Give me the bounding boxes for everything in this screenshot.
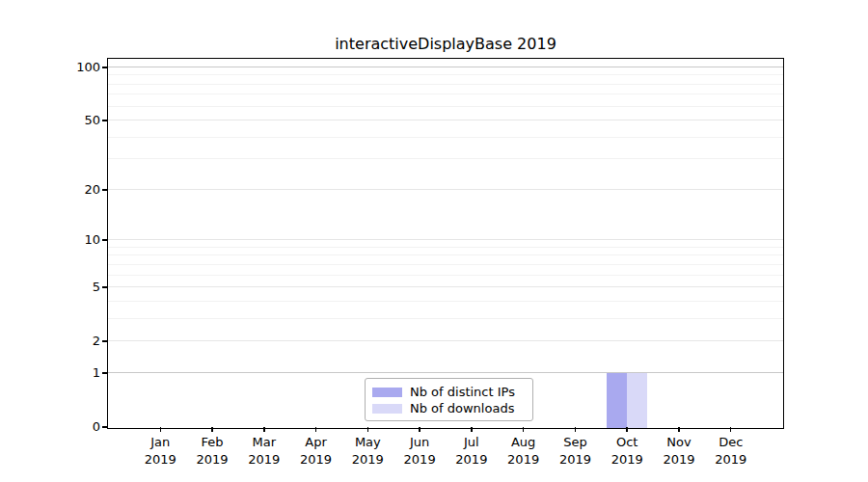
grid-line-minor	[108, 74, 783, 75]
y-tick-mark	[102, 67, 108, 68]
grid-line	[108, 120, 783, 120]
x-tick-mark	[160, 427, 162, 432]
y-tick-label: 10	[50, 232, 100, 248]
y-tick-label: 20	[50, 182, 100, 198]
grid-line	[108, 189, 783, 190]
grid-line-minor	[108, 84, 783, 85]
grid-line	[108, 67, 783, 67]
grid-line-minor	[108, 275, 783, 276]
grid-line-minor	[108, 137, 783, 138]
y-tick-label: 1	[50, 365, 100, 381]
x-tick-mark	[523, 427, 525, 432]
x-tick-label: Dec2019	[700, 434, 762, 468]
grid-line-minor	[108, 94, 783, 94]
y-tick-mark	[102, 372, 108, 374]
grid-line	[108, 372, 783, 373]
grid-line-minor	[108, 301, 783, 302]
chart-title: interactiveDisplayBase 2019	[108, 35, 783, 53]
legend-item-downloads: Nb of downloads	[372, 401, 527, 415]
y-tick-mark	[102, 239, 108, 241]
grid-line	[108, 239, 783, 240]
bar-oct-s0	[607, 373, 627, 427]
x-tick-mark	[575, 427, 577, 432]
x-tick-mark	[626, 427, 628, 432]
y-tick-label: 50	[50, 113, 100, 128]
grid-line-minor	[108, 247, 783, 248]
x-tick-mark	[678, 427, 680, 432]
bar-oct-s1	[627, 373, 647, 427]
grid-line-minor	[108, 318, 783, 319]
x-tick-mark	[367, 427, 369, 432]
x-tick-mark	[471, 427, 473, 432]
grid-line-minor	[108, 254, 783, 255]
legend: Nb of distinct IPs Nb of downloads	[365, 378, 533, 421]
legend-label-distinct-ips: Nb of distinct IPs	[410, 385, 515, 399]
grid-line-minor	[108, 106, 783, 107]
y-tick-label: 100	[50, 60, 100, 75]
grid-line-minor	[108, 158, 783, 159]
x-tick-mark	[730, 427, 732, 432]
grid-line-minor	[108, 264, 783, 265]
legend-item-distinct-ips: Nb of distinct IPs	[372, 385, 527, 399]
x-tick-mark	[263, 427, 265, 432]
y-tick-mark	[102, 120, 108, 121]
grid-line	[108, 340, 783, 341]
y-tick-label: 5	[50, 280, 100, 295]
y-tick-mark	[102, 189, 108, 191]
y-tick-mark	[102, 340, 108, 342]
y-tick-mark	[102, 426, 108, 428]
grid-line	[108, 286, 783, 287]
y-tick-label: 2	[50, 334, 100, 349]
y-tick-label: 0	[50, 419, 100, 435]
chart-figure: interactiveDisplayBase 2019 012510205010…	[0, 0, 868, 482]
legend-swatch-distinct-ips	[372, 388, 402, 397]
legend-label-downloads: Nb of downloads	[410, 401, 514, 415]
x-tick-mark	[315, 427, 317, 432]
legend-swatch-downloads	[372, 404, 402, 414]
x-tick-mark	[419, 427, 420, 432]
plot-area	[107, 58, 784, 429]
x-tick-mark	[211, 427, 213, 432]
y-tick-mark	[102, 286, 108, 288]
